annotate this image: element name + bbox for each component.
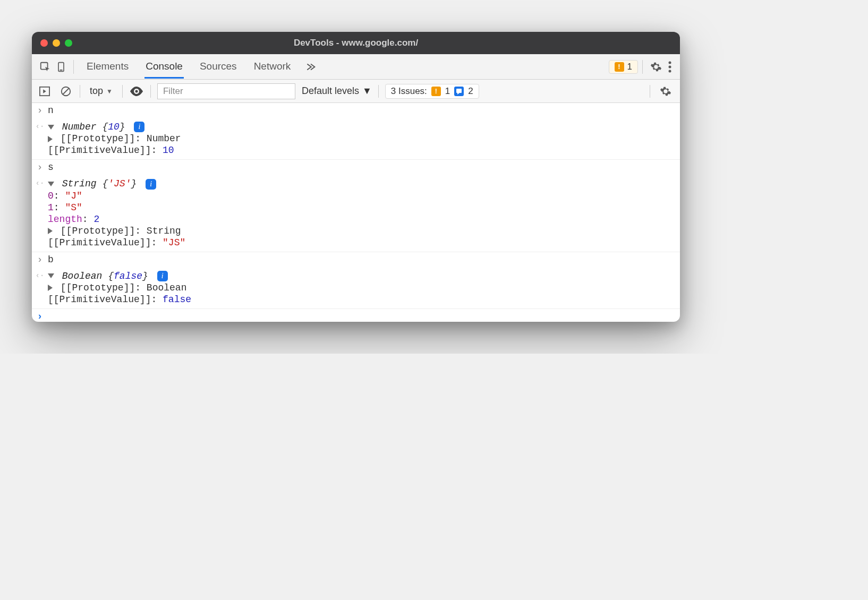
console-input: s	[48, 160, 680, 176]
inspect-element-icon[interactable]	[37, 59, 53, 75]
svg-point-3	[669, 61, 671, 64]
tab-network[interactable]: Network	[253, 55, 292, 79]
separator	[650, 85, 650, 98]
devtools-window: DevTools - www.google.com/ Elements Cons…	[32, 32, 680, 322]
sidebar-toggle-icon[interactable]	[37, 84, 52, 99]
expand-arrow-icon[interactable]	[48, 273, 54, 278]
separator	[150, 85, 151, 98]
expand-arrow-icon[interactable]	[48, 182, 54, 186]
main-tabs: Elements Console Sources Network	[86, 55, 292, 79]
more-menu-icon[interactable]	[665, 58, 675, 76]
input-marker-icon: ›	[32, 160, 48, 176]
tab-strip: Elements Console Sources Network ! 1	[32, 54, 680, 80]
svg-line-8	[63, 88, 69, 94]
output-marker-icon: ‹·	[32, 119, 48, 159]
property-value: "JS"	[163, 237, 185, 248]
window-title: DevTools - www.google.com/	[32, 38, 680, 48]
tab-console[interactable]: Console	[144, 55, 184, 79]
info-badge-icon[interactable]: i	[157, 271, 168, 281]
minimize-button[interactable]	[53, 39, 60, 47]
expand-arrow-icon[interactable]	[48, 125, 54, 130]
property-value: Boolean	[147, 282, 187, 293]
console-settings-gear-icon[interactable]	[657, 82, 675, 100]
property-key: 0	[48, 191, 54, 201]
expand-arrow-icon[interactable]	[48, 285, 53, 291]
tab-elements[interactable]: Elements	[86, 55, 130, 79]
separator	[122, 85, 123, 98]
levels-label: Default levels	[302, 85, 359, 97]
console-prompt[interactable]: ›	[32, 309, 680, 322]
console-input: b	[48, 252, 680, 268]
issues-label: 3 Issues:	[391, 86, 427, 97]
summary-value: 10	[108, 122, 120, 132]
property-value: String	[147, 226, 181, 236]
console-output-row[interactable]: ‹· String {'JS'} i 0: "J" 1: "S" len	[32, 176, 680, 252]
more-tabs-icon[interactable]	[302, 59, 318, 75]
output-marker-icon: ‹·	[32, 268, 48, 308]
console-output: › n ‹· Number {10} i [[Prototype]]: Numb…	[32, 103, 680, 322]
warnings-chip[interactable]: ! 1	[609, 60, 638, 74]
caret-down-icon: ▼	[362, 85, 372, 97]
svg-rect-10	[456, 89, 462, 93]
summary-value: false	[114, 271, 142, 281]
issues-info-count: 2	[468, 86, 473, 97]
property-key: [[Prototype]]	[61, 133, 135, 144]
property-key: [[PrimitiveValue]]	[48, 145, 151, 156]
console-input-row: › n	[32, 103, 680, 119]
console-input: n	[48, 103, 680, 119]
property-key: [[PrimitiveValue]]	[48, 294, 151, 305]
info-badge-icon[interactable]: i	[146, 179, 156, 190]
console-output-row[interactable]: ‹· Number {10} i [[Prototype]]: Number […	[32, 119, 680, 160]
separator	[80, 85, 80, 98]
filter-input[interactable]	[157, 83, 295, 99]
titlebar: DevTools - www.google.com/	[32, 32, 680, 54]
input-marker-icon: ›	[32, 252, 48, 268]
property-value: 10	[163, 145, 174, 156]
issues-chip[interactable]: 3 Issues: ! 1 2	[385, 84, 479, 99]
console-input-row: › b	[32, 252, 680, 268]
prompt-marker-icon: ›	[32, 309, 48, 322]
property-value: false	[163, 294, 191, 305]
property-key: length	[48, 214, 82, 225]
svg-point-4	[669, 65, 671, 68]
property-key: 1	[48, 202, 54, 213]
close-button[interactable]	[40, 39, 48, 47]
property-key: [[PrimitiveValue]]	[48, 237, 151, 248]
summary-value: 'JS'	[108, 178, 131, 189]
warn-count: 1	[627, 62, 632, 72]
property-value: "S"	[65, 202, 82, 213]
live-expression-icon[interactable]	[129, 84, 144, 99]
svg-point-9	[135, 90, 138, 92]
separator	[378, 85, 379, 98]
warning-icon: !	[431, 87, 441, 96]
output-marker-icon: ‹·	[32, 176, 48, 251]
console-input-row: › s	[32, 160, 680, 176]
property-key: [[Prototype]]	[61, 282, 135, 293]
context-dropdown[interactable]: top ▼	[87, 84, 116, 98]
console-toolbar: top ▼ Default levels ▼ 3 Issues: ! 1 2	[32, 80, 680, 103]
expand-arrow-icon[interactable]	[48, 136, 53, 142]
tab-sources[interactable]: Sources	[199, 55, 238, 79]
svg-point-5	[669, 70, 671, 72]
issues-warn-count: 1	[445, 86, 450, 97]
property-value: Number	[147, 133, 181, 144]
expand-arrow-icon[interactable]	[48, 228, 53, 234]
console-output-row[interactable]: ‹· Boolean {false} i [[Prototype]]: Bool…	[32, 268, 680, 309]
device-toggle-icon[interactable]	[53, 59, 69, 75]
clear-console-icon[interactable]	[58, 84, 73, 99]
maximize-button[interactable]	[65, 39, 72, 47]
constructor-name: String	[62, 178, 97, 189]
log-levels-dropdown[interactable]: Default levels ▼	[302, 85, 372, 97]
input-marker-icon: ›	[32, 103, 48, 119]
caret-down-icon: ▼	[106, 88, 113, 95]
info-icon	[454, 87, 464, 96]
settings-gear-icon[interactable]	[647, 58, 665, 76]
property-value: "J"	[65, 191, 82, 201]
info-badge-icon[interactable]: i	[134, 122, 144, 132]
separator	[642, 60, 643, 74]
separator	[73, 60, 74, 74]
constructor-name: Number	[62, 122, 97, 132]
warning-icon: !	[615, 62, 624, 72]
context-label: top	[90, 85, 103, 97]
traffic-lights	[40, 39, 72, 47]
